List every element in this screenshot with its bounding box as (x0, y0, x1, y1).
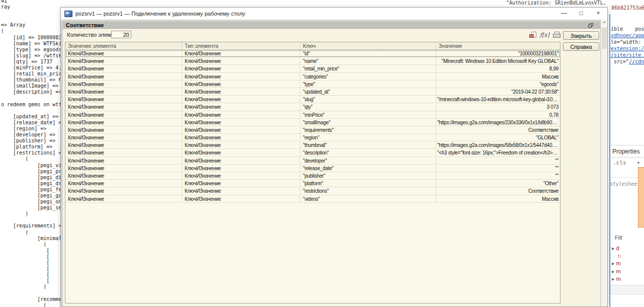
devtools-tabs: Properties Acc (610, 145, 644, 158)
cell-key: "videos" (300, 195, 436, 202)
rdp-scrollbar[interactable]: ^ (601, 20, 607, 306)
cell-value: Массив (436, 73, 560, 80)
cell-key: "type" (300, 81, 436, 88)
table-row[interactable]: КлючИЗначениеКлючИЗначение"categories"Ма… (65, 73, 560, 81)
dialog-title: Соответствие (66, 22, 104, 28)
cell-key: "qty" (300, 103, 436, 110)
cell-key: "updated_at" (300, 88, 436, 95)
devtools-item[interactable]: ▶m (612, 268, 621, 276)
cell-type: КлючИЗначение (182, 141, 300, 148)
tab-properties[interactable]: Properties (612, 148, 640, 155)
cell-type: КлючИЗначение (182, 119, 300, 126)
element-highlight-box (638, 167, 644, 227)
table-row[interactable]: КлючИЗначениеКлючИЗначение"retail_min_pr… (65, 65, 560, 72)
close-icon[interactable]: × (590, 8, 607, 20)
add-class-button[interactable]: + (636, 160, 640, 166)
filter-label[interactable]: Filt (615, 235, 622, 241)
scroll-up-icon[interactable]: ^ (601, 20, 607, 27)
cell-type: КлючИЗначение (182, 149, 300, 156)
dialog-toolbar: ƒ[x] (530, 31, 560, 38)
dialog-body: Количество элементов: ƒ[x] Закрыть Справ… (63, 29, 600, 306)
print-icon[interactable] (553, 32, 560, 38)
table-row[interactable]: КлючИЗначениеКлючИЗначение"region""GLOBA… (65, 134, 560, 141)
table-row[interactable]: КлючИЗначениеКлючИЗначение"restrictions"… (65, 187, 560, 195)
styles-cls-row: .cls + (613, 160, 640, 166)
code-link[interactable]: extension:// (611, 46, 644, 51)
cell-element: КлючИЗначение (65, 111, 182, 118)
table-row[interactable]: КлючИЗначениеКлючИЗначение"release_date"… (65, 165, 560, 172)
cell-value: "https://images.g2a.com/images/230x336/0… (436, 119, 560, 126)
code-line: src="//cdn-v (611, 58, 644, 65)
cell-element: КлючИЗначение (65, 134, 182, 141)
rdp-titlebar[interactable]: pozsrv1 — pozsrv1 — Подключение к удален… (61, 8, 607, 20)
cell-element: КлючИЗначение (65, 157, 182, 164)
cell-type: КлючИЗначение (182, 50, 300, 57)
code-link[interactable]: /site/site.mi (611, 52, 644, 58)
cell-key: "retail_min_price" (300, 65, 436, 72)
devtools-item[interactable]: ▶m (612, 260, 621, 268)
devtools-pane: 86b821753a60f ible pos-boxdhnoec/app/uil… (608, 0, 644, 307)
help-button[interactable]: Справка (563, 42, 599, 51)
code-link[interactable]: //cdn-v (629, 59, 644, 64)
mapping-table-body: КлючИЗначениеКлючИЗначение"id""100000321… (65, 50, 560, 203)
table-row[interactable]: КлючИЗначениеКлючИЗначение"publisher""" (65, 172, 560, 180)
table-row[interactable]: КлючИЗначениеКлючИЗначение"name""Minecra… (65, 57, 560, 65)
cell-value: 0,78 (436, 111, 560, 118)
table-row[interactable]: КлючИЗначениеКлючИЗначение"thumbnail""ht… (65, 141, 560, 149)
window-title: pozsrv1 — pozsrv1 — Подключение к удален… (75, 11, 245, 17)
cell-key: "thumbnail" (300, 141, 436, 148)
cell-key: "minPrice" (300, 111, 436, 118)
close-dialog-button[interactable]: Закрыть (563, 31, 599, 40)
table-row[interactable]: КлючИЗначениеКлючИЗначение"qty"3 073 (65, 103, 560, 111)
table-row[interactable]: КлючИЗначениеКлючИЗначение"minPrice"0,78 (65, 111, 560, 119)
function-icon[interactable]: ƒ[x] (540, 32, 549, 38)
table-row[interactable]: КлючИЗначениеКлючИЗначение"id""100000321… (65, 50, 560, 57)
table-row[interactable]: КлючИЗначениеКлючИЗначение"updated_at""2… (65, 88, 560, 96)
scrollbar-thumb[interactable] (602, 28, 607, 49)
output-list-icon[interactable] (530, 32, 536, 38)
table-row[interactable]: КлючИЗначениеКлючИЗначение"platform""Oth… (65, 180, 560, 187)
cell-element: КлючИЗначение (65, 180, 182, 187)
devtools-item[interactable]: ▶d (612, 245, 621, 253)
hash-fragment: 86b821753a60f (611, 5, 644, 11)
code-link[interactable]: xdhnoec/app/ui (611, 33, 644, 38)
cell-value: "/minecraft-windows-10-edition-microsoft… (436, 96, 560, 103)
stylesheet-label: stylesheet (610, 181, 640, 187)
maximize-icon[interactable]: □ (573, 8, 590, 20)
minimize-icon[interactable]: — (555, 8, 573, 20)
cell-type: КлючИЗначение (182, 157, 300, 164)
cell-type: КлючИЗначение (182, 96, 300, 103)
code-line: extension:// (611, 45, 644, 52)
cell-key: "publisher" (300, 172, 436, 179)
devtools-item[interactable]: h (612, 253, 621, 260)
table-row[interactable]: КлючИЗначениеКлючИЗначение"developer""" (65, 157, 560, 165)
cell-type: КлючИЗначение (182, 195, 300, 202)
cell-element: КлючИЗначение (65, 96, 182, 103)
expand-arrow-icon[interactable]: ▶ (612, 262, 614, 265)
table-row[interactable]: КлючИЗначениеКлючИЗначение"smallImage""h… (65, 119, 560, 126)
expand-arrow-icon[interactable]: ▶ (612, 270, 614, 273)
cell-type: КлючИЗначение (182, 73, 300, 80)
restore-window-icon[interactable] (588, 23, 593, 28)
table-row[interactable]: КлючИЗначениеКлючИЗначение"videos"Массив (65, 195, 560, 203)
count-field[interactable] (111, 31, 131, 38)
table-row[interactable]: КлючИЗначениеКлючИЗначение"requirements"… (65, 126, 560, 134)
cell-type: КлючИЗначение (182, 88, 300, 95)
expand-arrow-icon[interactable]: ▶ (612, 277, 614, 281)
code-line: ible pos-bo (611, 26, 644, 32)
cell-key: "developer" (300, 157, 436, 164)
devtools-item[interactable]: ▶m (612, 275, 621, 283)
table-row[interactable]: КлючИЗначениеКлючИЗначение"description""… (65, 149, 560, 157)
cell-type: КлючИЗначение (182, 172, 300, 179)
cell-value: 8,99 (436, 65, 560, 72)
cell-element: КлючИЗначение (65, 149, 182, 156)
cls-button[interactable]: .cls (613, 160, 626, 166)
cell-value: 3 073 (436, 103, 560, 110)
column-header-key: Ключ (300, 42, 436, 49)
expand-arrow-icon[interactable]: ▶ (612, 247, 614, 250)
table-row[interactable]: КлючИЗначениеКлючИЗначение"type""egoods" (65, 81, 560, 88)
column-header-element: Значение элемента (65, 42, 182, 49)
window-controls: — □ × (555, 8, 607, 20)
cell-value: "10000032198001" (436, 50, 560, 57)
table-row[interactable]: КлючИЗначениеКлючИЗначение"slug""/minecr… (65, 96, 560, 103)
